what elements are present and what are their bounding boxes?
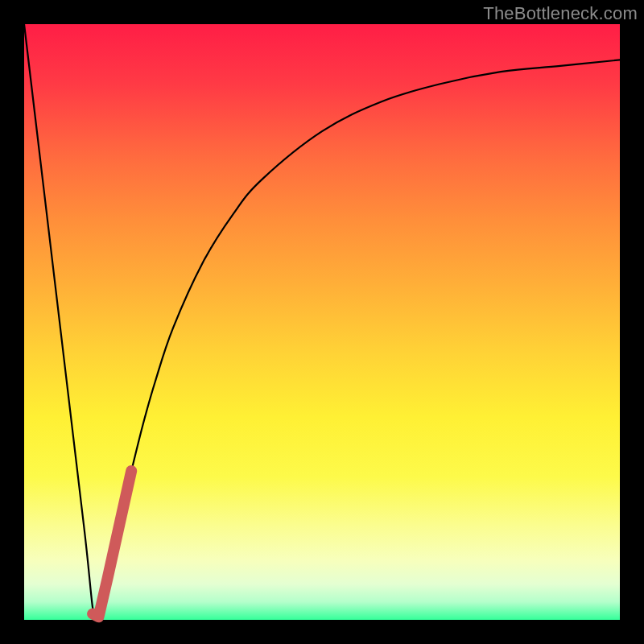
chart-frame: TheBottleneck.com [0, 0, 644, 644]
optimal-marker [93, 471, 131, 617]
plot-area [24, 24, 620, 620]
watermark-text: TheBottleneck.com [483, 3, 638, 24]
chart-svg [24, 24, 620, 620]
